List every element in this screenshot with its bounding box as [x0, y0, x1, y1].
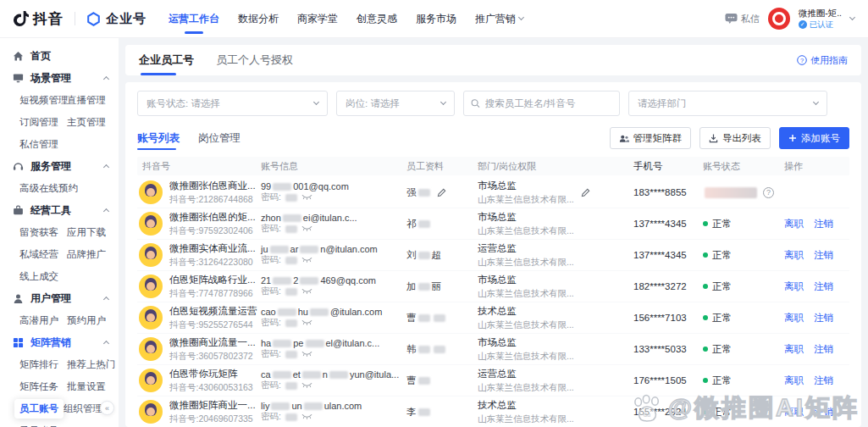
- department-company: 山东莱兰信息技术有限...: [478, 350, 574, 362]
- redacted-text: [302, 371, 321, 379]
- sidebar-item[interactable]: 直播管理: [67, 94, 114, 107]
- edit-pencil-icon[interactable]: [581, 188, 590, 197]
- sidebar-item[interactable]: 线上成交: [19, 270, 67, 283]
- sidebar-item[interactable]: 私域经营: [19, 248, 67, 261]
- sidebar-item[interactable]: 矩阵排行: [19, 358, 67, 371]
- sidebar-item[interactable]: 批量设置: [67, 380, 114, 393]
- douyin-logo[interactable]: 抖音: [14, 9, 64, 29]
- sidebar-item[interactable]: 私信管理: [19, 138, 67, 151]
- chevron-down-icon: [440, 99, 446, 105]
- department-select[interactable]: 请选择部门: [628, 91, 827, 116]
- sidebar-item[interactable]: 高潜用户: [19, 314, 67, 327]
- redacted-text: [418, 220, 430, 228]
- account-status: 正常: [703, 312, 784, 324]
- account-email: liyunulan.com: [261, 401, 406, 411]
- eye-icon[interactable]: [301, 382, 312, 390]
- action-link[interactable]: 注销: [814, 374, 833, 387]
- action-link[interactable]: 注销: [814, 406, 833, 419]
- department-role: 技术总监: [478, 305, 574, 319]
- action-link[interactable]: 注销: [814, 218, 833, 230]
- sidebar-item[interactable]: 高级在线预约: [19, 182, 67, 195]
- status-help-icon[interactable]: ?: [763, 187, 774, 198]
- sidebar-item[interactable]: 品牌推广: [67, 248, 114, 261]
- edit-pencil-icon[interactable]: [437, 188, 446, 197]
- sidebar-item[interactable]: 员工账号: [14, 399, 64, 419]
- tab-personal-account-auth[interactable]: 员工个人号授权: [216, 45, 293, 75]
- account-status-select[interactable]: 账号状态: 请选择: [137, 91, 328, 116]
- export-list-button[interactable]: 导出列表: [699, 127, 771, 149]
- action-link[interactable]: 离职: [784, 312, 804, 324]
- sidebar-item[interactable]: 推荐上热门: [67, 358, 114, 371]
- usage-guide-link[interactable]: ? 使用指南: [797, 54, 848, 67]
- tab-account-list[interactable]: 账号列表: [137, 126, 180, 150]
- manage-matrix-group-button[interactable]: 管理矩阵群: [610, 127, 692, 149]
- action-link[interactable]: 离职: [784, 280, 804, 293]
- account-nickname: 微推圈商业流量一...: [169, 336, 256, 350]
- action-link[interactable]: 注销: [814, 280, 833, 293]
- sidebar-item[interactable]: 预约用户: [67, 314, 114, 327]
- sidebar-section-users[interactable]: 用户管理: [0, 287, 119, 309]
- status-dot: [703, 378, 708, 383]
- action-link[interactable]: 离职: [784, 406, 804, 419]
- eye-icon[interactable]: [301, 257, 312, 264]
- action-link[interactable]: 注销: [814, 343, 833, 356]
- sidebar-section-tools[interactable]: 经营工具: [0, 199, 119, 221]
- password-masked: [285, 194, 297, 202]
- password-label: 密码:: [261, 191, 281, 203]
- eye-icon[interactable]: [301, 288, 312, 296]
- redacted-text: [418, 408, 430, 416]
- nav-item-workbench[interactable]: 运营工作台: [169, 0, 219, 38]
- sidebar-item[interactable]: 短视频管理: [19, 94, 67, 107]
- account-info[interactable]: 微推圈-矩.. ✓已认证: [799, 8, 842, 30]
- matrix-icon: [12, 336, 24, 348]
- action-link[interactable]: 离职: [784, 343, 804, 356]
- sidebar: 首页场景管理短视频管理直播管理订阅管理主页管理私信管理服务管理高级在线预约经营工…: [0, 38, 119, 427]
- action-link[interactable]: 离职: [784, 218, 804, 230]
- verified-label: 已认证: [810, 19, 834, 30]
- position-select[interactable]: 岗位: 请选择: [336, 91, 455, 116]
- sidebar-item[interactable]: 子母账号: [19, 424, 67, 427]
- sidebar-section-home[interactable]: 首页: [0, 45, 119, 67]
- eye-icon[interactable]: [301, 413, 312, 421]
- sidebar-section-service[interactable]: 服务管理: [0, 155, 119, 177]
- employee-search[interactable]: [463, 91, 620, 116]
- action-link[interactable]: 离职: [784, 249, 804, 262]
- action-link[interactable]: 离职: [784, 374, 804, 387]
- account-chevron-icon[interactable]: [849, 14, 855, 20]
- avatar: [139, 306, 163, 330]
- tab-enterprise-employee-account[interactable]: 企业员工号: [139, 45, 194, 75]
- eye-icon[interactable]: [301, 194, 312, 202]
- redacted-text: [418, 346, 430, 353]
- sidebar-item[interactable]: 主页管理: [67, 116, 114, 129]
- status-dot: [703, 221, 708, 226]
- sidebar-item[interactable]: 订阅管理: [19, 116, 67, 129]
- nav-item-academy[interactable]: 商家学堂: [297, 0, 338, 38]
- nav-item-promotion[interactable]: 推广营销: [475, 0, 523, 38]
- eye-icon[interactable]: [301, 319, 312, 327]
- messages-button[interactable]: 私信: [725, 13, 760, 25]
- tab-position-management[interactable]: 岗位管理: [198, 126, 240, 150]
- sidebar-section-matrix[interactable]: 矩阵营销: [0, 331, 119, 353]
- nav-item-analytics[interactable]: 数据分析: [238, 0, 279, 38]
- action-link[interactable]: 注销: [814, 249, 833, 262]
- sidebar-item[interactable]: 应用下载: [67, 226, 114, 239]
- sidebar-collapse-button[interactable]: «: [100, 401, 114, 415]
- sidebar-item[interactable]: 矩阵任务: [19, 380, 67, 393]
- eye-icon[interactable]: [301, 225, 312, 233]
- table-row: 伯恩短视频流量运营 抖音号:95255276544 caohu@itulan.c…: [137, 302, 849, 334]
- account-email: caohu@itulan.com: [261, 307, 406, 317]
- add-account-button[interactable]: 添加账号: [779, 127, 849, 149]
- nav-item-inspiration[interactable]: 创意灵感: [357, 0, 397, 38]
- enterprise-logo[interactable]: 企业号: [86, 11, 147, 27]
- sidebar-item[interactable]: 留资获客: [19, 226, 67, 239]
- redacted-text: [273, 277, 291, 285]
- eye-icon[interactable]: [301, 351, 312, 358]
- nav-item-market[interactable]: 服务市场: [416, 0, 456, 38]
- user-avatar[interactable]: [768, 8, 790, 30]
- table-row: 伯恩带你玩矩阵 抖音号:43060053163 caetnyun@itula..…: [137, 365, 849, 396]
- account-douyin-id: 抖音号:20469607335: [169, 413, 256, 424]
- search-input[interactable]: [485, 98, 612, 108]
- avatar: [139, 243, 163, 267]
- sidebar-section-scene[interactable]: 场景管理: [0, 67, 119, 89]
- action-link[interactable]: 注销: [814, 312, 833, 324]
